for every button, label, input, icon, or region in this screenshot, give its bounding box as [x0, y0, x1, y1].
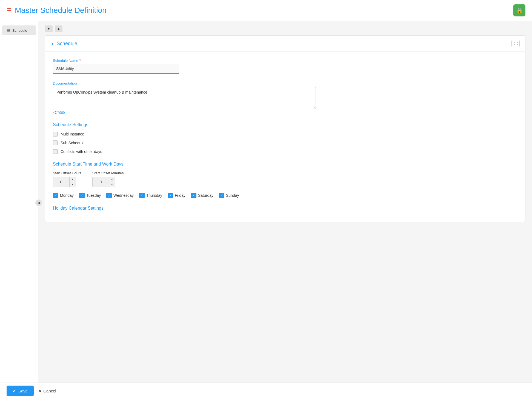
toolbar-arrow-up[interactable]: ▲ [55, 25, 62, 32]
saturday-check-icon: ✓ [192, 194, 195, 197]
saturday-checkbox[interactable]: ✓ [191, 193, 196, 198]
hours-input[interactable] [53, 177, 69, 187]
tuesday-checkbox[interactable]: ✓ [79, 193, 85, 198]
multi-instance-item: Multi Instance [53, 132, 517, 137]
saturday-label: Saturday [198, 193, 213, 198]
toolbar-arrow-down[interactable]: ▼ [45, 25, 53, 32]
hours-up-arrow[interactable]: ▲ [70, 177, 76, 182]
minutes-label: Start Offset Minutes [92, 171, 124, 175]
bottom-bar: ✔ Save ✕ Cancel [0, 383, 532, 399]
panel-body: Schedule Name * Documentation Performs O… [45, 52, 525, 222]
schedule-icon: ▤ [7, 28, 10, 33]
arrow-up-icon: ▲ [57, 27, 60, 31]
day-thursday: ✓ Thursday [139, 193, 162, 198]
cancel-x-icon: ✕ [38, 388, 42, 394]
header-left: ☰ Master Schedule Definition [7, 6, 107, 15]
panel-title-group: ▼ Schedule [51, 41, 77, 47]
friday-label: Friday [175, 193, 185, 198]
conflicts-checkbox[interactable] [53, 149, 58, 154]
hours-label: Start Offset Hours [53, 171, 81, 175]
panel-expand-button[interactable]: ⛶ [511, 40, 520, 47]
sub-schedule-checkbox[interactable] [53, 140, 58, 145]
day-saturday: ✓ Saturday [191, 193, 213, 198]
lock-button[interactable]: 🔒 [513, 4, 525, 16]
days-row: ✓ Monday ✓ Tuesday ✓ Wednesday ✓ [53, 193, 517, 198]
monday-check-icon: ✓ [54, 194, 57, 197]
conflicts-label: Conflicts with other days [61, 149, 102, 154]
cancel-label: Cancel [43, 389, 56, 393]
char-count: 47/4000 [53, 111, 517, 115]
multi-instance-checkbox[interactable] [53, 132, 58, 137]
documentation-section: Documentation Performs OpCon/xps System … [53, 81, 517, 115]
start-time-heading: Schedule Start Time and Work Days [53, 162, 517, 167]
sunday-label: Sunday [226, 193, 239, 198]
schedule-panel: ▼ Schedule ⛶ Schedule Name * [45, 35, 525, 222]
minutes-arrows: ▲ ▼ [109, 177, 115, 187]
monday-label: Monday [60, 193, 74, 198]
required-indicator: * [79, 58, 81, 63]
arrow-down-icon: ▼ [47, 27, 50, 31]
panel-header: ▼ Schedule ⛶ [45, 36, 525, 52]
holiday-section: Holiday Calendar Settings [53, 206, 517, 211]
day-friday: ✓ Friday [168, 193, 185, 198]
page-title: Master Schedule Definition [15, 6, 107, 15]
checkbox-group: Multi Instance Sub Schedule Conflicts wi… [53, 132, 517, 154]
cancel-button[interactable]: ✕ Cancel [38, 388, 56, 394]
wednesday-checkbox[interactable]: ✓ [106, 193, 112, 198]
panel-collapse-arrow[interactable]: ▼ [51, 41, 55, 46]
minutes-input[interactable] [92, 177, 109, 187]
conflicts-item: Conflicts with other days [53, 149, 517, 154]
minutes-spinner: ▲ ▼ [92, 177, 124, 187]
sunday-checkbox[interactable]: ✓ [219, 193, 224, 198]
day-monday: ✓ Monday [53, 193, 74, 198]
hours-spinner: ▲ ▼ [53, 177, 81, 187]
friday-check-icon: ✓ [169, 194, 172, 197]
day-wednesday: ✓ Wednesday [106, 193, 134, 198]
thursday-check-icon: ✓ [140, 194, 143, 197]
multi-instance-label: Multi Instance [61, 132, 84, 136]
hours-down-arrow[interactable]: ▼ [70, 182, 76, 187]
sidebar-item-label: Schedule [12, 28, 27, 33]
schedule-name-label: Schedule Name * [53, 58, 517, 63]
layout: ▤ Schedule ◀ ▼ ▲ ▼ Schedule [0, 21, 532, 384]
hours-arrows: ▲ ▼ [69, 177, 76, 187]
sidebar-collapse-button[interactable]: ◀ [35, 199, 42, 206]
documentation-label: Documentation [53, 81, 517, 85]
toolbar: ▼ ▲ [45, 25, 525, 32]
sidebar: ▤ Schedule ◀ [0, 21, 38, 384]
hours-spinner-group: Start Offset Hours ▲ ▼ [53, 171, 81, 187]
minutes-up-arrow[interactable]: ▲ [109, 177, 115, 182]
day-tuesday: ✓ Tuesday [79, 193, 101, 198]
wednesday-check-icon: ✓ [108, 194, 111, 197]
tuesday-check-icon: ✓ [80, 194, 83, 197]
sub-schedule-label: Sub Schedule [61, 141, 84, 145]
friday-checkbox[interactable]: ✓ [168, 193, 173, 198]
collapse-arrow-icon: ◀ [38, 201, 40, 205]
tuesday-label: Tuesday [86, 193, 101, 198]
hamburger-icon[interactable]: ☰ [7, 7, 12, 14]
day-sunday: ✓ Sunday [219, 193, 239, 198]
save-label: Save [18, 389, 28, 393]
expand-icon: ⛶ [514, 42, 517, 46]
save-check-icon: ✔ [13, 388, 16, 394]
thursday-checkbox[interactable]: ✓ [139, 193, 145, 198]
schedule-settings-heading: Schedule Settings [53, 122, 517, 127]
schedule-name-section: Schedule Name * [53, 58, 517, 74]
thursday-label: Thursday [146, 193, 162, 198]
holiday-heading: Holiday Calendar Settings [53, 206, 517, 211]
panel-title: Schedule [57, 41, 77, 47]
save-button[interactable]: ✔ Save [7, 386, 34, 396]
schedule-name-input[interactable] [53, 64, 179, 74]
schedule-settings-section: Schedule Settings Multi Instance Sub Sch… [53, 122, 517, 154]
monday-checkbox[interactable]: ✓ [53, 193, 58, 198]
wednesday-label: Wednesday [113, 193, 134, 198]
header: ☰ Master Schedule Definition 🔒 [0, 0, 532, 21]
spinners-row: Start Offset Hours ▲ ▼ Start Offset Minu… [53, 171, 517, 187]
minutes-down-arrow[interactable]: ▼ [109, 182, 115, 187]
lock-icon: 🔒 [516, 7, 523, 14]
sub-schedule-item: Sub Schedule [53, 140, 517, 145]
documentation-textarea[interactable]: Performs OpCon/xps System cleanup & main… [53, 87, 316, 109]
minutes-spinner-group: Start Offset Minutes ▲ ▼ [92, 171, 124, 187]
sidebar-item-schedule[interactable]: ▤ Schedule [2, 25, 36, 35]
sunday-check-icon: ✓ [220, 194, 223, 197]
